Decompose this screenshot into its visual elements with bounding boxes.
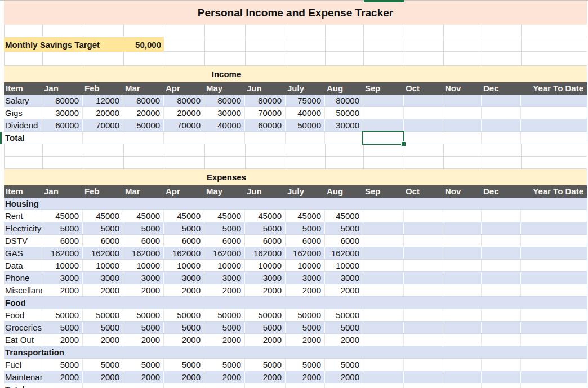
header-cell-mar[interactable]: Mar (123, 82, 164, 95)
value-cell[interactable] (482, 272, 521, 284)
value-cell[interactable]: 2000 (286, 284, 325, 296)
value-cell[interactable]: 3000 (245, 272, 286, 284)
row-label[interactable]: Dividend (4, 119, 42, 131)
value-cell[interactable] (42, 383, 83, 388)
grid-cell[interactable] (204, 157, 245, 168)
value-cell[interactable] (521, 322, 587, 333)
value-cell[interactable] (363, 247, 404, 259)
value-cell[interactable] (286, 132, 325, 144)
value-cell[interactable]: 2000 (123, 284, 164, 296)
grid-cell[interactable] (83, 25, 123, 37)
value-cell[interactable]: 12000 (83, 95, 123, 106)
value-cell[interactable]: 2000 (286, 371, 325, 383)
grid-cell[interactable] (245, 157, 286, 168)
value-cell[interactable]: 162000 (164, 247, 204, 259)
value-cell[interactable] (404, 322, 443, 333)
grid-cell[interactable] (42, 144, 83, 156)
value-cell[interactable]: 2000 (83, 371, 123, 383)
grid-cell[interactable] (404, 157, 443, 168)
value-cell[interactable] (363, 359, 404, 371)
value-cell[interactable] (521, 284, 587, 296)
value-cell[interactable] (521, 334, 587, 346)
value-cell[interactable]: 5000 (245, 322, 286, 333)
value-cell[interactable]: 6000 (325, 235, 363, 247)
value-cell[interactable] (363, 383, 404, 388)
value-cell[interactable]: 10000 (83, 260, 123, 271)
value-cell[interactable]: 50000 (245, 309, 286, 321)
value-cell[interactable]: 10000 (325, 260, 363, 271)
value-cell[interactable] (443, 95, 482, 106)
grid-cell[interactable] (363, 52, 404, 65)
grid-cell[interactable] (164, 25, 204, 37)
value-cell[interactable] (404, 247, 443, 259)
value-cell[interactable] (521, 132, 587, 144)
value-cell[interactable]: 50000 (123, 119, 164, 131)
value-cell[interactable]: 2000 (164, 334, 204, 346)
header-cell-aug[interactable]: Aug (325, 185, 363, 198)
value-cell[interactable]: 10000 (204, 260, 245, 271)
row-label[interactable]: Maintenance (4, 371, 42, 383)
grid-cell[interactable] (404, 52, 443, 65)
value-cell[interactable] (443, 371, 482, 383)
value-cell[interactable]: 162000 (204, 247, 245, 259)
value-cell[interactable] (482, 359, 521, 371)
grid-cell[interactable] (245, 37, 286, 51)
value-cell[interactable]: 5000 (42, 322, 83, 333)
value-cell[interactable]: 20000 (164, 107, 204, 119)
value-cell[interactable]: 10000 (164, 260, 204, 271)
grid-cell[interactable] (482, 37, 521, 51)
header-cell-jan[interactable]: Jan (42, 185, 83, 198)
grid-cell[interactable] (286, 52, 325, 65)
value-cell[interactable]: 45000 (83, 210, 123, 222)
row-label[interactable]: DSTV (4, 235, 42, 247)
value-cell[interactable] (482, 284, 521, 296)
value-cell[interactable] (482, 334, 521, 346)
value-cell[interactable] (404, 119, 443, 131)
value-cell[interactable]: 5000 (245, 222, 286, 234)
grid-cell[interactable] (521, 25, 587, 37)
value-cell[interactable]: 45000 (245, 210, 286, 222)
value-cell[interactable]: 6000 (42, 235, 83, 247)
value-cell[interactable] (521, 95, 587, 106)
value-cell[interactable] (482, 95, 521, 106)
value-cell[interactable]: 6000 (83, 235, 123, 247)
value-cell[interactable]: 3000 (83, 272, 123, 284)
value-cell[interactable] (521, 247, 587, 259)
value-cell[interactable] (443, 272, 482, 284)
value-cell[interactable] (404, 235, 443, 247)
value-cell[interactable] (443, 222, 482, 234)
grid-cell[interactable] (204, 37, 245, 51)
value-cell[interactable]: 5000 (164, 322, 204, 333)
value-cell[interactable] (482, 309, 521, 321)
grid-cell[interactable] (363, 144, 404, 156)
value-cell[interactable]: 2000 (204, 371, 245, 383)
value-cell[interactable] (363, 107, 404, 119)
value-cell[interactable]: 45000 (42, 210, 83, 222)
value-cell[interactable]: 5000 (123, 222, 164, 234)
value-cell[interactable] (404, 359, 443, 371)
value-cell[interactable]: 2000 (123, 371, 164, 383)
value-cell[interactable]: 50000 (325, 309, 363, 321)
value-cell[interactable] (482, 371, 521, 383)
row-label[interactable]: Total (4, 383, 42, 388)
grid-cell[interactable] (482, 52, 521, 65)
value-cell[interactable]: 162000 (42, 247, 83, 259)
value-cell[interactable] (521, 222, 587, 234)
value-cell[interactable] (363, 334, 404, 346)
value-cell[interactable]: 5000 (204, 359, 245, 371)
value-cell[interactable]: 6000 (204, 235, 245, 247)
value-cell[interactable] (204, 132, 245, 144)
value-cell[interactable]: 50000 (286, 309, 325, 321)
value-cell[interactable]: 5000 (164, 222, 204, 234)
grid-cell[interactable] (443, 157, 482, 168)
value-cell[interactable]: 2000 (123, 334, 164, 346)
value-cell[interactable]: 75000 (286, 95, 325, 106)
value-cell[interactable]: 5000 (325, 322, 363, 333)
value-cell[interactable]: 5000 (164, 359, 204, 371)
category-label[interactable]: Housing (4, 198, 587, 209)
value-cell[interactable] (443, 132, 482, 144)
selected-cell-outline[interactable] (362, 131, 404, 145)
grid-cell[interactable] (164, 144, 204, 156)
value-cell[interactable] (443, 284, 482, 296)
grid-cell[interactable] (42, 52, 83, 65)
